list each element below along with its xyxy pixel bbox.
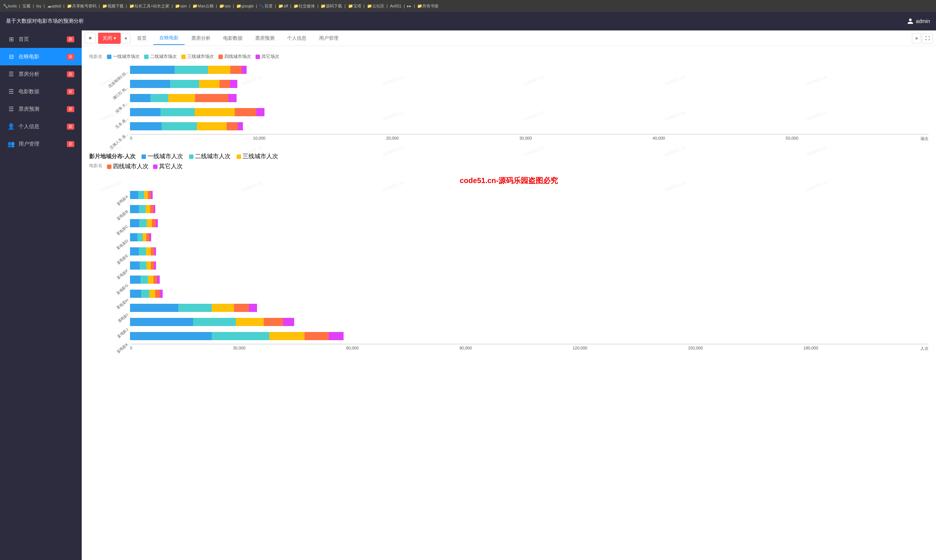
x-unit: 场次 [921,136,928,142]
bar-segment [130,108,160,116]
bar-segment [140,275,148,284]
x-tick: 60,000 [346,346,359,351]
close-dropdown-icon: ▾ [114,35,116,41]
sidebar-item-usermgmt[interactable]: 👥 用户管理 新 [0,135,82,152]
new-badge-usermgmt: 新 [67,141,74,147]
user-info: admin [907,18,930,25]
bar-segment [148,191,151,199]
bar-segment [305,332,329,340]
tab-next-button[interactable]: » [912,33,921,43]
sidebar-label-boxoffice: 票房分析 [18,71,39,78]
chart-section-venue: 电影名 一线城市场次 二线城市场次 三线城市场次 [89,54,928,142]
tab-prediction[interactable]: 票房预测 [249,32,280,45]
sidebar-label-moviedata: 电影数据 [18,88,39,95]
bar-segment [143,233,146,242]
bar-segment [130,80,170,88]
bar-row [130,120,928,132]
x-tick: 90,000 [459,346,472,351]
sidebar-item-boxoffice[interactable]: ☰ 票房分析 新 [0,65,82,83]
sidebar-label-usermgmt: 用户管理 [18,141,39,148]
tab-fullscreen-button[interactable]: ⛶ [922,33,933,43]
chart-section-attendance: 影片地域分布-人次 一线城市人次 二线城市人次 三线城市人次 [89,152,928,351]
bar-segment [329,332,343,340]
bar-segment [230,80,237,88]
bar-segment [195,94,228,102]
legend-item-1line-att: 一线城市人次 [142,152,183,160]
copyright-watermark: code51.cn-源码乐园盗图必究 [89,173,928,189]
tab-home[interactable]: 首页 [131,32,152,45]
home-icon: ⊞ [8,35,15,43]
bar-segment [220,80,230,88]
new-badge-nowplaying: 新 [67,54,74,60]
chart2-header: 影片地域分布-人次 一线城市人次 二线城市人次 三线城市人次 [89,152,928,160]
bar-segment [147,219,152,227]
nowplaying-icon: ⊟ [8,53,15,60]
tab-profile[interactable]: 个人信息 [281,32,313,45]
legend-dot [107,55,111,59]
bar-row [130,315,928,328]
moviedata-icon: ☰ [8,88,15,95]
legend-item-1line-venue: 一线城市场次 [107,54,140,60]
bar-segment [140,262,146,269]
bar-segment [178,304,212,312]
bar-segment [197,122,226,130]
toolbar-items: 🔧tools | 宝藏 | txy | ☁uplod | 📁共享账号密码 | 📁… [3,3,439,9]
tab-prev-button[interactable]: « [122,33,131,43]
bar-segment [130,318,193,326]
bar-row [130,63,928,76]
sidebar-item-prediction[interactable]: ☰ 票房预测 新 [0,100,82,118]
bar-row [130,189,928,201]
sidebar-item-moviedata[interactable]: ☰ 电影数据 新 [0,83,82,100]
bar-segment [242,66,246,74]
bar-segment [151,262,154,269]
tab-moviedata[interactable]: 电影数据 [217,32,248,45]
new-badge-moviedata: 新 [67,89,74,95]
new-badge-boxoffice: 新 [67,71,74,77]
top-nav: 基于大数据对电影市场的预测分析 admin [0,12,936,31]
bar-segment [139,219,147,227]
legend-dot [107,165,111,169]
bar-segment [141,290,149,298]
bar-segment [235,108,256,116]
bar-segment [162,122,197,130]
tab-menu-button[interactable]: ≡ [85,33,96,43]
legend-item-other-att: 其它人次 [153,163,183,171]
bar-segment [256,108,265,116]
bar-segment [146,262,151,269]
bar-row [130,78,928,90]
sidebar-label-profile: 个人信息 [18,123,39,130]
bar-row [130,273,928,286]
chart1-legend: 电影名 一线城市场次 二线城市场次 三线城市场次 [89,54,928,60]
bar-segment [130,247,139,255]
chart1-legend-label: 电影名 [89,54,103,60]
sidebar-item-profile[interactable]: 👤 个人信息 新 [0,118,82,135]
bar-segment [249,304,257,312]
bar-segment [155,219,158,227]
x-tick: 20,000 [386,136,399,142]
bar-segment [226,122,238,130]
bar-segment [151,94,168,102]
chart2-bars: 0 30,000 60,000 90,000 120,000 150,000 1… [130,189,928,351]
tab-close-button[interactable]: 关闭 ▾ [98,33,121,44]
legend-dot [189,154,194,159]
tab-boxoffice[interactable]: 票房分析 [185,32,217,45]
legend-item-4line-att: 四线城市人次 [107,163,149,171]
bar-segment [130,262,140,269]
tab-usermgmt[interactable]: 用户管理 [313,32,344,45]
tab-nowplaying[interactable]: 在映电影 [153,32,185,45]
sidebar-label-prediction: 票房预测 [18,106,39,112]
main-layout: ⊞ 首页 新 ⊟ 在映电影 新 ☰ 票房分析 新 ☰ 电影数据 新 ☰ 票房预测 [0,31,936,560]
bar-segment [139,247,146,255]
bar-segment [152,219,155,227]
x-tick: 40,000 [653,136,665,142]
sidebar-item-nowplaying[interactable]: ⊟ 在映电影 新 [0,48,82,65]
bar-segment [137,233,143,242]
bar-segment [155,290,160,298]
sidebar-item-home[interactable]: ⊞ 首页 新 [0,31,82,48]
x-tick: 150,000 [688,346,703,351]
bar-segment [269,332,305,340]
chart1-x-axis: 0 10,000 20,000 30,000 40,000 50,000 场次 [130,134,928,142]
bar-segment [283,318,294,326]
bar-segment [157,275,160,284]
bar-segment [193,318,236,326]
